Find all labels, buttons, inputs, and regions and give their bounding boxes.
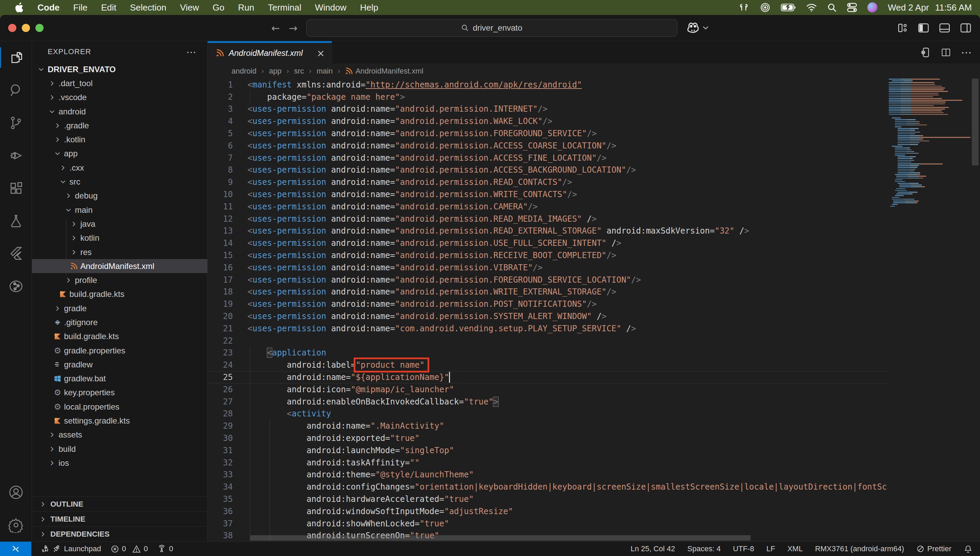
run-on-device-icon[interactable] (919, 47, 931, 58)
code-line-20[interactable]: 20<uses-permission android:name="android… (208, 310, 980, 322)
launchpad-button[interactable]: Launchpad (41, 545, 101, 553)
activity-project-graph-icon[interactable] (0, 270, 32, 303)
command-center-search[interactable]: driver_envato (306, 19, 677, 37)
remote-indicator[interactable] (0, 542, 31, 556)
close-window-button[interactable] (8, 24, 16, 32)
code-line-24[interactable]: 24 android:label="product name" (208, 359, 980, 371)
section-outline[interactable]: OUTLINE (32, 496, 207, 511)
tree-item-profile[interactable]: profile (32, 273, 207, 287)
code-line-15[interactable]: 15<uses-permission android:name="android… (208, 249, 980, 262)
code-line-2[interactable]: 2 package="package name here"> (208, 91, 980, 103)
toggle-secondary-sidebar-icon[interactable] (960, 23, 971, 33)
nav-forward-icon[interactable]: → (289, 22, 297, 34)
code-editor[interactable]: 1<manifest xmlns:android="http://schemas… (208, 79, 980, 541)
status-eol[interactable]: LF (766, 545, 775, 553)
status-language-mode[interactable]: XML (787, 545, 802, 553)
spotlight-search-icon[interactable] (827, 3, 837, 12)
tree-item-debug[interactable]: debug (32, 189, 207, 203)
copilot-button[interactable] (686, 22, 709, 34)
apple-logo-icon[interactable] (15, 2, 24, 13)
control-center-icon[interactable] (847, 2, 857, 13)
explorer-more-actions-icon[interactable]: ⋯ (186, 46, 197, 58)
code-line-21[interactable]: 21<uses-permission android:name="com.and… (208, 322, 980, 335)
airpods-icon[interactable] (739, 3, 749, 12)
activity-source-control-icon[interactable] (0, 107, 32, 139)
code-line-28[interactable]: 28 <activity (208, 408, 980, 420)
code-line-16[interactable]: 16<uses-permission android:name="android… (208, 262, 980, 274)
tree-item-java[interactable]: java (32, 217, 207, 231)
breadcrumb-item-android[interactable]: android (231, 67, 256, 76)
code-line-10[interactable]: 10<uses-permission android:name="android… (208, 188, 980, 200)
customize-layout-icon[interactable] (898, 23, 908, 33)
activity-flutter-icon[interactable] (0, 237, 32, 270)
code-line-8[interactable]: 8<uses-permission android:name="android.… (208, 164, 980, 176)
tree-item-build-gradle-kts[interactable]: build.gradle.kts (32, 288, 207, 301)
toggle-primary-sidebar-icon[interactable] (918, 23, 929, 33)
tree-item-key-properties[interactable]: ⚙key.properties (32, 386, 207, 400)
code-line-37[interactable]: 37 android:showWhenLocked="true" (208, 517, 980, 530)
problems-button[interactable]: 0 0 (111, 545, 148, 553)
hotspot-icon[interactable] (760, 2, 771, 13)
menu-item-edit[interactable]: Edit (101, 2, 116, 13)
menu-item-help[interactable]: Help (360, 2, 378, 13)
menu-item-go[interactable]: Go (213, 2, 224, 13)
breadcrumb-item-androidmanifest-xml[interactable]: AndroidManifest.xml (345, 67, 423, 76)
menu-item-selection[interactable]: Selection (130, 2, 166, 13)
tree-item--cxx[interactable]: .cxx (32, 161, 207, 175)
code-line-29[interactable]: 29 android:name=".MainActivity" (208, 420, 980, 432)
activity-extensions-icon[interactable] (0, 172, 32, 205)
breadcrumb-item-src[interactable]: src (294, 67, 304, 76)
breadcrumb-item-main[interactable]: main (316, 67, 333, 76)
tree-item-ios[interactable]: ios (32, 456, 207, 470)
code-line-11[interactable]: 11<uses-permission android:name="android… (208, 200, 980, 213)
vertical-scrollbar-thumb[interactable] (972, 79, 978, 165)
menu-item-window[interactable]: Window (315, 2, 346, 13)
tree-item-build-gradle-kts[interactable]: build.gradle.kts (32, 330, 207, 344)
code-line-1[interactable]: 1<manifest xmlns:android="http://schemas… (208, 79, 980, 91)
tree-item--gradle[interactable]: .gradle (32, 118, 207, 133)
code-line-6[interactable]: 6<uses-permission android:name="android.… (208, 140, 980, 152)
tree-item-assets[interactable]: assets (32, 428, 207, 442)
status-device-target[interactable]: RMX3761 (android-arm64) (815, 545, 904, 553)
code-line-26[interactable]: 26 android:icon="@mipmap/ic_launcher" (208, 383, 980, 396)
split-editor-icon[interactable] (941, 47, 951, 58)
tree-item-build[interactable]: build (32, 442, 207, 456)
tree-item-src[interactable]: src (32, 175, 207, 189)
tree-item-gradlew[interactable]: gradlew (32, 357, 207, 372)
tree-item--dart-tool[interactable]: .dart_tool (32, 76, 207, 90)
minimize-window-button[interactable] (22, 24, 30, 32)
tree-root-driver-envato[interactable]: DRIVER_ENVATO (32, 62, 207, 76)
tree-item-local-properties[interactable]: ⚙local.properties (32, 400, 207, 414)
code-line-18[interactable]: 18<uses-permission android:name="android… (208, 286, 980, 298)
status-indentation[interactable]: Spaces: 4 (687, 545, 721, 553)
activity-explorer-icon[interactable] (0, 41, 32, 74)
code-line-23[interactable]: 23 <application (208, 347, 980, 359)
code-line-3[interactable]: 3<uses-permission android:name="android.… (208, 103, 980, 115)
tree-item-settings-gradle-kts[interactable]: settings.gradle.kts (32, 414, 207, 428)
siri-icon[interactable] (867, 2, 878, 13)
code-line-14[interactable]: 14<uses-permission android:name="android… (208, 237, 980, 249)
tree-item-androidmanifest-xml[interactable]: AndroidManifest.xml (32, 259, 207, 273)
tree-item-gradle[interactable]: gradle (32, 301, 207, 315)
menu-item-file[interactable]: File (73, 2, 87, 13)
nav-back-icon[interactable]: ← (271, 22, 280, 34)
battery-icon[interactable] (781, 3, 796, 11)
code-line-12[interactable]: 12<uses-permission android:name="android… (208, 213, 980, 225)
code-line-22[interactable]: 22 (208, 335, 980, 347)
code-line-31[interactable]: 31 android:launchMode="singleTop" (208, 444, 980, 457)
code-line-17[interactable]: 17<uses-permission android:name="android… (208, 274, 980, 286)
activity-testing-icon[interactable] (0, 205, 32, 237)
menu-bar-clock[interactable]: Wed 2 Apr 11:56 AM (888, 2, 972, 13)
code-line-19[interactable]: 19<uses-permission android:name="android… (208, 298, 980, 310)
section-timeline[interactable]: TIMELINE (32, 511, 207, 526)
tree-item--vscode[interactable]: .vscode (32, 91, 207, 105)
status-encoding[interactable]: UTF-8 (733, 545, 754, 553)
ports-button[interactable]: 0 (157, 545, 173, 553)
code-line-34[interactable]: 34 android:configChanges="orientation|ke… (208, 481, 980, 493)
tree-item-main[interactable]: main (32, 203, 207, 217)
menu-item-terminal[interactable]: Terminal (268, 2, 301, 13)
menu-item-run[interactable]: Run (238, 2, 254, 13)
toggle-panel-icon[interactable] (939, 23, 950, 33)
breadcrumb-item-app[interactable]: app (269, 67, 281, 76)
status-cursor-position[interactable]: Ln 25, Col 42 (630, 545, 675, 553)
